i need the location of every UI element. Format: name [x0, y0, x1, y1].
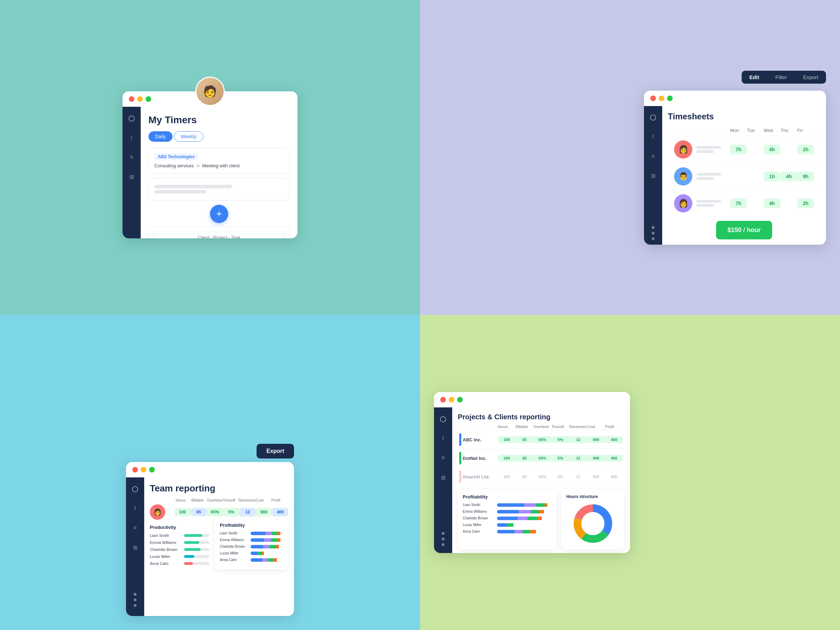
ts-title: Timesheets: [668, 112, 820, 122]
tr-content: Team reporting Hours Billable Overtime T…: [144, 477, 294, 616]
bottom-cards: Profitability Liam Smith: [458, 489, 624, 549]
pc-multi-seg-1-1: [519, 510, 531, 513]
sidebar-icon-chart-q3[interactable]: ⌇: [130, 503, 140, 513]
pc-stat-0-2: 65%: [534, 436, 551, 443]
q4-panel: ◯ ⌇ ≡ ⊞ Projects & Clients reporting Hou…: [420, 315, 840, 630]
ts-hour-2-1: [747, 201, 764, 205]
pc-col-hours: Hours: [498, 425, 516, 429]
tab-weekly[interactable]: Weekly: [174, 131, 203, 142]
day-tue: Tue: [747, 128, 764, 133]
ts-row-2: 👩 7h 4h 2h: [668, 190, 820, 217]
ts-avatar-1: 👨: [674, 167, 692, 185]
client-project-task-label[interactable]: Client · Project · Task: [154, 232, 284, 238]
sidebar-icon-chart-q4[interactable]: ⌇: [438, 433, 448, 443]
tr-col-cost: Cost: [256, 498, 272, 502]
pc-client-name-col-2: SmartAI Ltd.: [459, 471, 498, 483]
export-float-button[interactable]: Export: [257, 444, 294, 458]
pc-multi-seg-2-3: [537, 516, 542, 520]
pc-client-name-0: ABC Inc.: [463, 437, 482, 442]
pc-stat-2-3: 5%: [551, 473, 569, 480]
prod-bar-1: [184, 541, 199, 544]
pc-stat-2-4: 12: [570, 473, 587, 480]
price-button[interactable]: $150 / hour: [716, 221, 772, 239]
prod-bar-wrap-2: [184, 548, 209, 551]
sidebar-q3: ◯ ⌇ ≡ ⊞: [126, 477, 144, 616]
ts-person-1: 👨: [674, 167, 730, 185]
prod-row-0: Liam Smith: [150, 534, 209, 538]
sidebar-icon-home-q3[interactable]: ◯: [130, 484, 140, 494]
multi-bar-1: [251, 538, 284, 542]
sidebar-icon-grid-q2[interactable]: ⊞: [648, 171, 658, 181]
sidebar-icon-home-q2[interactable]: ◯: [648, 112, 658, 122]
sidebar-icon-list[interactable]: ≡: [127, 152, 136, 162]
pc-profit-row-4: Anna Calvi: [463, 529, 552, 534]
profit-row-1: Emma Williams: [220, 538, 284, 542]
profit-name-2: Charlotte Brown: [220, 545, 248, 548]
prod-row-4: Anna Calvi: [150, 561, 209, 565]
app-layout-q3: ◯ ⌇ ≡ ⊞ Team reporting Hours Bill: [126, 477, 294, 616]
prod-bar-wrap-3: [184, 555, 209, 558]
day-fri: Fri: [797, 128, 814, 133]
pc-stat-2-0: 100: [498, 473, 516, 480]
profit-name-3: Lucas Miller: [220, 551, 248, 555]
sidebar-icon-grid[interactable]: ⊞: [127, 172, 136, 182]
sidebar-icon-home-q4[interactable]: ◯: [438, 414, 448, 423]
pc-multi-seg-0-0: [497, 503, 524, 507]
pc-multi-seg-4-3: [530, 530, 536, 534]
profit-title: Profitability: [220, 523, 284, 528]
tab-daily[interactable]: Daily: [148, 131, 172, 142]
tr-col-revenues: Revenues: [238, 498, 256, 502]
ts-hour-0-0: 7h: [730, 145, 747, 154]
tr-col-billable: Billable: [191, 498, 207, 502]
ts-hour-0-4: 2h: [797, 145, 814, 154]
ts-name-line-d: [696, 177, 714, 180]
ts-dot-1: [652, 226, 655, 229]
toolbar-filter[interactable]: Filter: [767, 71, 794, 84]
pc-content: Projects & Clients reporting Hours Billa…: [452, 407, 630, 553]
new-timer-box: Client · Project · Task 0:00 OCT 18 Bill…: [148, 226, 290, 238]
sidebar-icon-grid-q3[interactable]: ⊞: [130, 543, 140, 552]
tr-dot-3: [134, 604, 136, 607]
pc-multi-seg-0-3: [545, 503, 547, 507]
prod-bar-3: [184, 555, 194, 558]
pc-multi-seg-2-2: [527, 516, 537, 520]
pc-multi-seg-3-1: [507, 523, 513, 527]
sidebar-icon-list-q2[interactable]: ≡: [648, 152, 658, 161]
sidebar-icon-grid-q4[interactable]: ⊞: [438, 472, 448, 482]
pc-multi-seg-2-0: [497, 516, 518, 520]
pc-stat-2-2: 65%: [534, 473, 551, 480]
sidebar-icon-list-q3[interactable]: ≡: [130, 523, 140, 533]
toolbar-edit[interactable]: Edit: [742, 71, 767, 84]
productivity-title: Productivity: [150, 525, 209, 530]
pc-title: Projects & Clients reporting: [458, 413, 624, 421]
dot-red-q1: [129, 96, 134, 102]
multi-seg-1-2: [271, 538, 277, 542]
pc-profit-name-4: Anna Calvi: [463, 529, 494, 534]
pc-stat-0-1: 65: [516, 436, 534, 443]
pc-col-revenues: Revenues: [570, 425, 587, 429]
pc-stat-0-5: 900: [587, 436, 605, 443]
team-reporting-window: ◯ ⌇ ≡ ⊞ Team reporting Hours Bill: [126, 462, 294, 616]
tr-stat-overtime: 65%: [207, 508, 223, 516]
prod-bar-wrap-4: [184, 562, 209, 565]
sidebar-icon-list-q4[interactable]: ≡: [438, 453, 448, 463]
pc-multi-seg-1-2: [531, 510, 538, 513]
multi-seg-2-2: [270, 545, 276, 548]
ts-hour-2-4: 2h: [797, 199, 814, 208]
add-timer-button[interactable]: +: [210, 205, 228, 223]
sidebar-icon-chart-q2[interactable]: ⌇: [648, 132, 658, 142]
day-wed: Wed: [764, 128, 780, 133]
ts-avatar-2: 👩: [674, 194, 692, 212]
sidebar-icon-chart[interactable]: ⌇: [127, 133, 136, 142]
toolbar-export[interactable]: Export: [796, 71, 826, 84]
pc-multi-bar-3: [497, 523, 552, 527]
sidebar-icon-home[interactable]: ◯: [127, 113, 136, 123]
tab-group-q1: Daily Weekly: [148, 131, 290, 142]
ts-name-line-b: [696, 150, 714, 153]
pc-stat-1-0: 100: [498, 455, 516, 462]
dot-red-q2: [650, 96, 656, 101]
pc-profit-name-0: Liam Smith: [463, 503, 494, 507]
pc-multi-seg-0-1: [524, 503, 536, 507]
timer-card-2: [148, 178, 290, 201]
dot-red-q3: [132, 467, 138, 472]
